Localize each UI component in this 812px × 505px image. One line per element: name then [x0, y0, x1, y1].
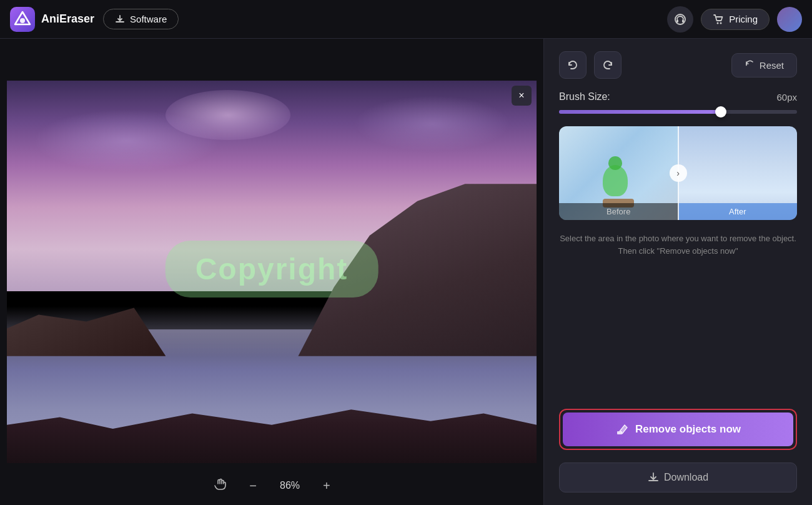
- software-button[interactable]: Software: [103, 9, 179, 29]
- download-icon: [115, 14, 125, 24]
- cart-icon: [713, 14, 724, 25]
- preview-label-before: Before: [559, 203, 678, 220]
- reset-button[interactable]: Reset: [731, 53, 797, 78]
- close-icon: ×: [518, 90, 524, 101]
- header-left: AniEraser Software: [10, 7, 179, 32]
- brush-value: 60px: [776, 92, 797, 102]
- brush-slider-track[interactable]: [559, 110, 797, 114]
- preview-arrow: ›: [670, 164, 687, 182]
- hand-icon: [213, 478, 227, 491]
- hand-tool-button[interactable]: [208, 475, 232, 497]
- cliff-main: [298, 184, 537, 356]
- rocks-layer: [7, 184, 537, 356]
- close-button[interactable]: ×: [512, 86, 532, 106]
- zoom-in-button[interactable]: +: [318, 476, 335, 496]
- canvas-area: ×: [0, 39, 543, 505]
- before-after-preview: › Before After: [559, 126, 797, 220]
- logo-text: AniEraser: [41, 12, 94, 26]
- pricing-label: Pricing: [729, 14, 758, 24]
- plus-icon: +: [323, 479, 330, 492]
- bird-figure: [603, 165, 634, 208]
- brush-size-section: Brush Size: 60px: [559, 91, 797, 114]
- remove-button-wrapper: Remove objects now: [559, 409, 797, 450]
- canvas-toolbar: − 86% +: [0, 466, 543, 505]
- brush-slider-thumb[interactable]: [715, 106, 726, 118]
- cloud2: [33, 109, 220, 172]
- undo-icon: [567, 59, 579, 71]
- reset-label: Reset: [760, 60, 784, 71]
- svg-point-7: [720, 22, 722, 24]
- brush-label: Brush Size:: [559, 91, 610, 102]
- pricing-button[interactable]: Pricing: [701, 9, 770, 30]
- redo-icon: [602, 59, 614, 71]
- rocks-left: [7, 287, 166, 356]
- logo-icon: [10, 7, 35, 32]
- cloud3: [354, 96, 510, 152]
- instruction-text: Select the area in the photo where you w…: [559, 232, 797, 257]
- download-label: Download: [664, 472, 708, 483]
- svg-point-6: [717, 22, 719, 24]
- main-content: ×: [0, 39, 812, 505]
- redo-button[interactable]: [594, 51, 621, 79]
- eraser-icon: [615, 422, 629, 436]
- remove-label: Remove objects now: [635, 423, 741, 436]
- photo-canvas[interactable]: Copyright: [7, 81, 537, 463]
- svg-rect-4: [676, 19, 678, 22]
- logo-area: AniEraser: [10, 7, 94, 32]
- minus-icon: −: [249, 479, 257, 492]
- svg-rect-5: [682, 19, 684, 22]
- controls-row: Reset: [559, 51, 797, 79]
- support-button[interactable]: [667, 6, 693, 32]
- right-panel: Reset Brush Size: 60px: [543, 39, 812, 505]
- undo-button[interactable]: [559, 51, 587, 79]
- svg-point-2: [20, 18, 25, 23]
- headset-icon: [674, 13, 686, 26]
- avatar[interactable]: [777, 7, 802, 32]
- header: AniEraser Software Pricing: [0, 0, 812, 39]
- zoom-out-button[interactable]: −: [244, 476, 262, 496]
- brush-label-row: Brush Size: 60px: [559, 91, 797, 102]
- zoom-display: 86%: [274, 480, 305, 491]
- software-label: Software: [130, 14, 167, 24]
- download-arrow-icon: [648, 472, 659, 483]
- preview-divider: ›: [678, 126, 679, 220]
- bird-body: [603, 165, 628, 196]
- remove-objects-button[interactable]: Remove objects now: [563, 412, 793, 446]
- bird-head: [608, 156, 622, 170]
- spacer: [559, 269, 797, 396]
- reset-icon: [745, 60, 755, 70]
- download-button[interactable]: Download: [559, 462, 797, 492]
- preview-label-after: After: [678, 203, 798, 220]
- header-right: Pricing: [667, 6, 802, 32]
- image-container: ×: [7, 81, 537, 463]
- brush-slider-fill: [559, 110, 721, 114]
